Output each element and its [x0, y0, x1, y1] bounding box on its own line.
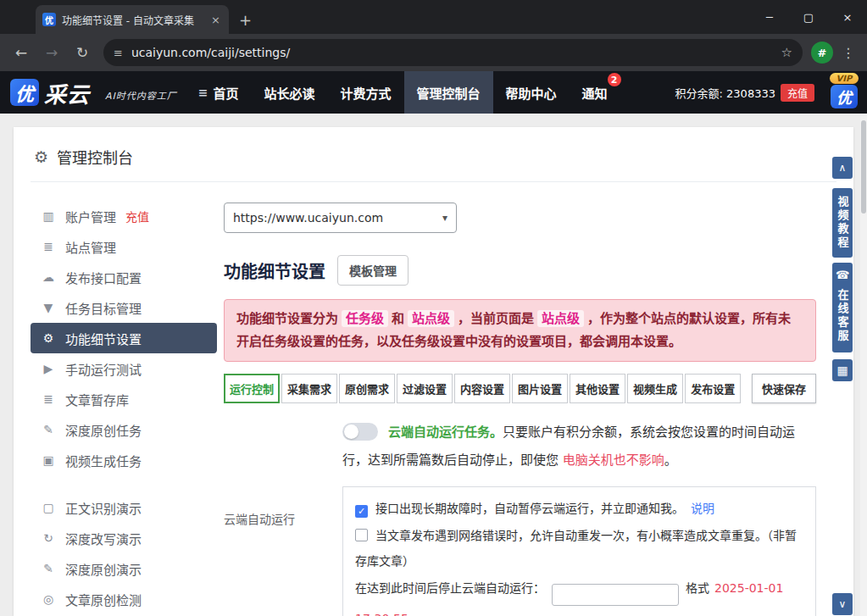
profile-avatar[interactable]: #	[811, 42, 833, 64]
sidebar-label: 功能细节设置	[65, 330, 142, 347]
tab-publish-settings[interactable]: 发布设置	[685, 374, 741, 403]
scroll-bottom-button[interactable]: ∨	[832, 593, 853, 615]
sidebar-item-rewrite-demo[interactable]: ↻ 深度改写演示	[31, 523, 217, 553]
option-text: 接口出现长期故障时，自动暂停云端运行，并立即通知我。	[375, 502, 684, 515]
cloud-run-options: ✓接口出现长期故障时，自动暂停云端运行，并立即通知我。说明 当文章发布遇到网络错…	[342, 486, 816, 616]
video-tutorial-button[interactable]: 视频教程	[832, 188, 853, 258]
sidebar-item-task-targets[interactable]: ▼ 任务目标管理	[31, 292, 217, 323]
checkbox-checked[interactable]: ✓	[355, 505, 368, 518]
sidebar-item-manual-test[interactable]: ▶ 手动运行测试	[31, 353, 217, 384]
settings-tabs: 运行控制 采集需求 原创需求 过滤设置 内容设置 图片设置 其他设置 视频生成 …	[224, 374, 816, 403]
tab-close-icon[interactable]: ×	[209, 14, 222, 26]
browser-toolbar: ← → ↻ ≡ ucaiyun.com/caiji/settings/ ☆ # …	[0, 34, 867, 71]
recharge-button[interactable]: 充值	[781, 84, 814, 102]
window-controls: ─ ▢ ×	[750, 0, 867, 34]
tab-content-settings[interactable]: 内容设置	[454, 374, 510, 403]
sidebar-item-text-recognition-demo[interactable]: ▢ 正文识别演示	[31, 492, 217, 523]
settings-alert: 功能细节设置分为任务级和站点级，当前页面是站点级，作为整个站点的默认设置，所有未…	[224, 299, 816, 362]
close-button[interactable]: ×	[828, 0, 867, 34]
sidebar-label: 正文识别演示	[65, 499, 142, 517]
nav-item-webmaster-guide[interactable]: 站长必读	[252, 71, 328, 114]
gears-icon: ⚙	[41, 331, 56, 345]
site-logo[interactable]: 优 采云	[10, 77, 90, 108]
sidebar-recharge-link[interactable]: 充值	[125, 208, 149, 225]
logo-text: 采云	[44, 77, 90, 108]
nav-item-notifications[interactable]: 通知 2	[570, 71, 620, 114]
monitor-icon: ▢	[41, 501, 56, 514]
sidebar-item-deep-original-demo[interactable]: ✎ 深度原创演示	[31, 553, 217, 584]
tab-other-settings[interactable]: 其他设置	[570, 374, 625, 403]
sidebar-item-publish-api[interactable]: ☁ 发布接口配置	[31, 262, 217, 292]
cloud-run-toggle[interactable]	[342, 423, 378, 441]
alert-tag-site-level: 站点级	[408, 310, 454, 327]
nav-label: 帮助中心	[506, 84, 557, 102]
gear-icon: ⚙	[34, 147, 48, 166]
minimize-button[interactable]: ─	[750, 0, 789, 34]
cloud-run-lead: 云端自动运行任务。	[388, 425, 503, 440]
notification-badge: 2	[608, 73, 621, 86]
sidebar-label: 文章暂存库	[65, 391, 129, 408]
nav-label: 通知	[582, 84, 608, 102]
forward-icon[interactable]: →	[39, 40, 64, 65]
restore-button[interactable]: ▢	[789, 0, 828, 34]
sidebar-label: 深度改写演示	[65, 530, 142, 547]
play-icon: ▶	[41, 362, 56, 375]
nav-label: 首页	[214, 84, 239, 102]
sidebar-item-article-store[interactable]: ≣ 文章暂存库	[31, 384, 217, 414]
alert-text: 和	[392, 311, 404, 326]
browser-tab[interactable]: 优 功能细节设置 - 自动文章采集 ×	[36, 5, 229, 34]
vip-ribbon: VIP	[830, 73, 859, 84]
vip-badge[interactable]: VIP 优	[828, 73, 860, 108]
tab-run-control[interactable]: 运行控制	[224, 374, 280, 403]
back-icon[interactable]: ←	[8, 40, 34, 65]
check-icon: ✓	[358, 506, 365, 517]
page-scrollbar	[860, 114, 867, 616]
sidebar-item-video-task[interactable]: ▣ 视频生成任务	[31, 445, 217, 475]
sidebar-label: 深度原创任务	[65, 421, 142, 439]
tab-image-settings[interactable]: 图片设置	[512, 374, 568, 403]
nav-item-help-center[interactable]: 帮助中心	[493, 71, 570, 114]
online-service-button[interactable]: ☎ 在线客服	[832, 263, 853, 352]
sidebar-label: 站点管理	[65, 238, 116, 256]
stop-time-input[interactable]	[552, 584, 679, 606]
new-tab-button[interactable]: +	[239, 11, 252, 29]
cloud-auto-run-label: 云端自动运行	[224, 474, 342, 616]
sidebar-label: 发布接口配置	[65, 269, 142, 286]
cloud-run-tail: 。	[664, 452, 677, 468]
reload-icon[interactable]: ↻	[69, 40, 95, 65]
scrollbar-thumb[interactable]	[861, 120, 866, 214]
url-text[interactable]: ucaiyun.com/caiji/settings/	[131, 46, 773, 59]
sidebar-item-account[interactable]: ▥ 账户管理 充值	[31, 201, 217, 231]
sidebar-item-originality-check[interactable]: ◎ 文章原创检测	[31, 584, 217, 614]
tab-collect-needs[interactable]: 采集需求	[281, 374, 337, 403]
scroll-top-button[interactable]: ∧	[832, 157, 853, 179]
nav-item-home[interactable]: ≡ 首页	[186, 71, 252, 114]
bookmark-star-icon[interactable]: ☆	[781, 45, 792, 60]
sidebar-item-sites[interactable]: ≣ 站点管理	[31, 231, 217, 262]
site-header: 优 采云 AI时代内容工厂 ≡ 首页 站长必读 计费方式 管理控制台 帮助中心 …	[0, 71, 867, 114]
sidebar-label: 视频生成任务	[65, 452, 142, 469]
quick-save-button[interactable]: 快速保存	[752, 374, 816, 403]
sidebar-item-feature-settings[interactable]: ⚙ 功能细节设置	[31, 323, 217, 353]
qr-code-button[interactable]: ▦	[832, 359, 853, 381]
tab-filter-settings[interactable]: 过滤设置	[397, 374, 453, 403]
template-manage-button[interactable]: 模板管理	[337, 255, 408, 286]
address-bar[interactable]: ≡ ucaiyun.com/caiji/settings/ ☆	[103, 39, 803, 66]
checkbox-unchecked[interactable]	[355, 529, 368, 541]
chevron-down-icon: ▾	[442, 212, 447, 224]
tab-original-needs[interactable]: 原创需求	[339, 374, 395, 403]
site-info-icon[interactable]: ≡	[114, 47, 123, 59]
explain-link[interactable]: 说明	[691, 502, 714, 515]
chevron-up-icon: ∧	[839, 162, 847, 174]
tab-video-generate[interactable]: 视频生成	[627, 374, 683, 403]
site-select[interactable]: https://www.ucaiyun.com ▾	[224, 203, 457, 233]
nav-item-console[interactable]: 管理控制台	[404, 71, 493, 114]
nav-item-billing[interactable]: 计费方式	[328, 71, 404, 114]
cloud-run-warning: 电脑关机也不影响	[563, 452, 664, 468]
chevron-down-icon: ∨	[839, 598, 847, 610]
sidebar-item-deep-original-task[interactable]: ✎ 深度原创任务	[31, 414, 217, 445]
chart-icon: ▥	[41, 209, 56, 223]
browser-menu-icon[interactable]: ⋮	[838, 45, 859, 61]
qr-code-icon: ▦	[836, 363, 848, 377]
sidebar-label: 手动运行测试	[65, 360, 142, 378]
